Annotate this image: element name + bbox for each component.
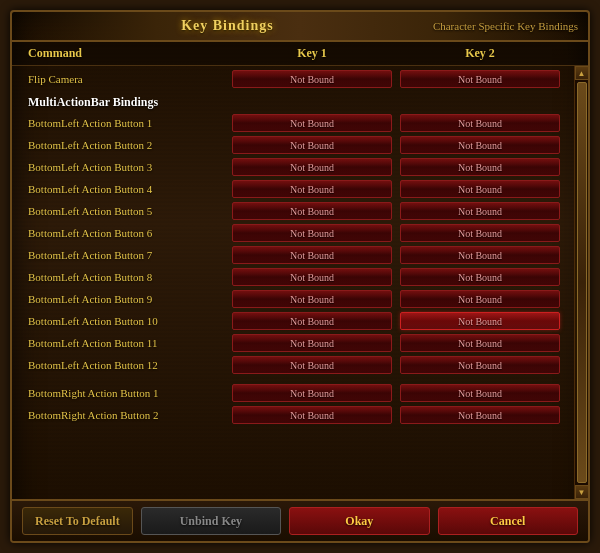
key1-label: Not Bound (290, 184, 334, 195)
panel-header: Key Bindings Character Specific Key Bind… (12, 12, 588, 42)
scroll-up-button[interactable]: ▲ (575, 66, 589, 80)
key2-label: Not Bound (458, 360, 502, 371)
key1-button[interactable]: Not Bound (232, 246, 392, 264)
key2-label: Not Bound (458, 410, 502, 421)
command-label: Flip Camera (28, 73, 228, 85)
key2-label: Not Bound (458, 74, 502, 85)
scroll-down-button[interactable]: ▼ (575, 485, 589, 499)
keybindings-panel: Key Bindings Character Specific Key Bind… (10, 10, 590, 543)
key1-label: Not Bound (290, 316, 334, 327)
key1-label: Not Bound (290, 272, 334, 283)
key1-label: Not Bound (290, 338, 334, 349)
key2-label: Not Bound (458, 206, 502, 217)
reset-default-button[interactable]: Reset To Default (22, 507, 133, 535)
key1-button[interactable]: Not Bound (232, 202, 392, 220)
key1-label: Not Bound (290, 140, 334, 151)
key1-button[interactable]: Not Bound (232, 70, 392, 88)
key2-button[interactable]: Not Bound (400, 114, 560, 132)
key2-button[interactable]: Not Bound (400, 312, 560, 330)
key1-button[interactable]: Not Bound (232, 268, 392, 286)
table-row: BottomLeft Action Button 12 Not Bound No… (12, 354, 574, 376)
key2-label: Not Bound (458, 118, 502, 129)
key1-label: Not Bound (290, 162, 334, 173)
table-row: BottomLeft Action Button 3 Not Bound Not… (12, 156, 574, 178)
key2-button[interactable]: Not Bound (400, 290, 560, 308)
key1-label: Not Bound (290, 206, 334, 217)
col-key2: Key 2 (396, 46, 564, 61)
key1-label: Not Bound (290, 360, 334, 371)
key1-button[interactable]: Not Bound (232, 114, 392, 132)
key2-button[interactable]: Not Bound (400, 384, 560, 402)
key1-button[interactable]: Not Bound (232, 136, 392, 154)
scrollbar-track: ▲ ▼ (574, 66, 588, 499)
key2-button[interactable]: Not Bound (400, 246, 560, 264)
okay-button[interactable]: Okay (289, 507, 429, 535)
key2-button[interactable]: Not Bound (400, 406, 560, 424)
key2-label: Not Bound (458, 338, 502, 349)
section-header-row: MultiActionBar Bindings (12, 90, 574, 112)
command-label: BottomLeft Action Button 8 (28, 271, 228, 283)
table-row: BottomLeft Action Button 5 Not Bound Not… (12, 200, 574, 222)
section-label: MultiActionBar Bindings (28, 95, 228, 110)
key2-label: Not Bound (458, 184, 502, 195)
command-label: BottomLeft Action Button 2 (28, 139, 228, 151)
table-row: BottomLeft Action Button 8 Not Bound Not… (12, 266, 574, 288)
command-label: BottomLeft Action Button 5 (28, 205, 228, 217)
command-label: BottomLeft Action Button 10 (28, 315, 228, 327)
key2-label: Not Bound (458, 140, 502, 151)
key2-button[interactable]: Not Bound (400, 334, 560, 352)
command-label: BottomLeft Action Button 3 (28, 161, 228, 173)
key1-label: Not Bound (290, 250, 334, 261)
table-row: BottomLeft Action Button 2 Not Bound Not… (12, 134, 574, 156)
table-row: BottomLeft Action Button 6 Not Bound Not… (12, 222, 574, 244)
command-label: BottomLeft Action Button 6 (28, 227, 228, 239)
key1-label: Not Bound (290, 388, 334, 399)
key1-button[interactable]: Not Bound (232, 334, 392, 352)
key2-label: Not Bound (458, 294, 502, 305)
table-row: BottomLeft Action Button 7 Not Bound Not… (12, 244, 574, 266)
key1-label: Not Bound (290, 74, 334, 85)
key1-button[interactable]: Not Bound (232, 290, 392, 308)
table-row: BottomLeft Action Button 11 Not Bound No… (12, 332, 574, 354)
content-area: Flip Camera Not Bound Not Bound MultiAct… (12, 66, 588, 499)
key2-button[interactable]: Not Bound (400, 268, 560, 286)
key2-button[interactable]: Not Bound (400, 70, 560, 88)
table-row: BottomRight Action Button 1 Not Bound No… (12, 382, 574, 404)
command-label: BottomLeft Action Button 9 (28, 293, 228, 305)
panel-title: Key Bindings (22, 18, 433, 34)
command-label: BottomRight Action Button 2 (28, 409, 228, 421)
key2-label: Not Bound (458, 388, 502, 399)
key2-label: Not Bound (458, 228, 502, 239)
key1-button[interactable]: Not Bound (232, 224, 392, 242)
table-row: BottomLeft Action Button 4 Not Bound Not… (12, 178, 574, 200)
rows-container[interactable]: Flip Camera Not Bound Not Bound MultiAct… (12, 66, 574, 499)
key1-button[interactable]: Not Bound (232, 180, 392, 198)
command-label: BottomRight Action Button 1 (28, 387, 228, 399)
key2-label: Not Bound (458, 272, 502, 283)
command-label: BottomLeft Action Button 4 (28, 183, 228, 195)
unbind-key-button[interactable]: Unbind Key (141, 507, 281, 535)
key1-label: Not Bound (290, 118, 334, 129)
scroll-thumb[interactable] (577, 82, 587, 483)
key2-label: Not Bound (458, 316, 502, 327)
key2-button[interactable]: Not Bound (400, 356, 560, 374)
key1-label: Not Bound (290, 294, 334, 305)
command-label: BottomLeft Action Button 1 (28, 117, 228, 129)
table-row: BottomLeft Action Button 1 Not Bound Not… (12, 112, 574, 134)
char-specific-label: Character Specific Key Bindings (433, 20, 578, 32)
cancel-button[interactable]: Cancel (438, 507, 578, 535)
key1-button[interactable]: Not Bound (232, 312, 392, 330)
key1-button[interactable]: Not Bound (232, 384, 392, 402)
key1-button[interactable]: Not Bound (232, 158, 392, 176)
key2-button[interactable]: Not Bound (400, 158, 560, 176)
key2-button[interactable]: Not Bound (400, 180, 560, 198)
key2-button[interactable]: Not Bound (400, 136, 560, 154)
key2-button[interactable]: Not Bound (400, 224, 560, 242)
key2-button[interactable]: Not Bound (400, 202, 560, 220)
key1-button[interactable]: Not Bound (232, 406, 392, 424)
key1-label: Not Bound (290, 228, 334, 239)
col-key1: Key 1 (228, 46, 396, 61)
key2-label: Not Bound (458, 250, 502, 261)
key1-button[interactable]: Not Bound (232, 356, 392, 374)
table-row: BottomLeft Action Button 10 Not Bound No… (12, 310, 574, 332)
